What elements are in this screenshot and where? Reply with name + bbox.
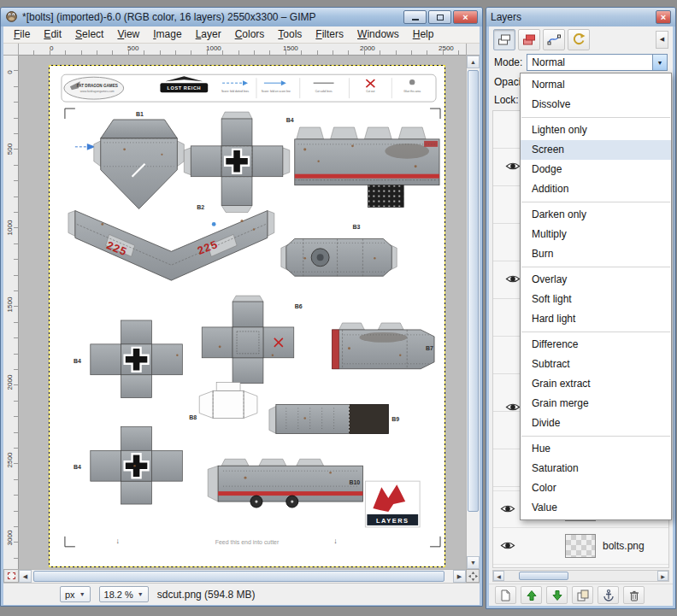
lower-layer-button[interactable] [546, 586, 568, 604]
tab-undo-history[interactable] [568, 29, 590, 50]
layer-name[interactable]: bolts.png [603, 540, 645, 552]
layer-mode-combo[interactable]: Normal ▼ [527, 54, 668, 71]
canvas[interactable]: FAT DRAGON GAMES www.fatdragongames.com … [19, 56, 466, 569]
scroll-thumb[interactable] [519, 572, 568, 580]
scroll-left-icon[interactable]: ◀ [19, 570, 32, 583]
glue-drop-icon [409, 79, 415, 85]
menu-colors[interactable]: Colors [228, 26, 272, 43]
status-message: sdcut.png (594.8 MB) [157, 589, 256, 601]
mode-option-value[interactable]: Value [521, 498, 671, 518]
layers-icon [497, 32, 511, 46]
panel-menu-icon[interactable]: ◀ [656, 31, 668, 49]
mode-value: Normal [532, 56, 565, 68]
main-titlebar[interactable]: *[bolts] (imported)-6.0 (RGB color, 16 l… [1, 8, 482, 26]
menu-help[interactable]: Help [406, 26, 441, 43]
vertical-scroll-thumb[interactable] [468, 70, 479, 512]
visibility-eye-icon[interactable] [500, 540, 515, 551]
new-layer-icon [499, 589, 513, 602]
layer-row[interactable] [493, 564, 668, 568]
unit-combo[interactable]: px ▼ [60, 586, 91, 602]
mode-option-multiply[interactable]: Multiply [521, 225, 671, 244]
navigation-button[interactable] [466, 569, 480, 583]
menu-filters[interactable]: Filters [309, 26, 350, 43]
horizontal-scroll-thumb[interactable] [33, 571, 444, 582]
visibility-eye-icon[interactable] [500, 503, 515, 514]
mode-option-grain-extract[interactable]: Grain extract [521, 374, 671, 394]
scroll-right-icon[interactable]: ▶ [657, 571, 668, 581]
mode-option-screen[interactable]: Screen [521, 140, 671, 160]
scroll-right-icon[interactable]: ▶ [453, 570, 466, 583]
menu-file[interactable]: File [7, 26, 37, 43]
dockable-tabs: ◀ [489, 26, 673, 52]
visibility-eye-icon[interactable] [505, 402, 521, 415]
minimize-button[interactable] [403, 10, 427, 24]
menu-layer[interactable]: Layer [189, 26, 228, 43]
duplicate-layer-button[interactable] [572, 586, 593, 604]
zoom-value: 18.2 % [104, 590, 133, 600]
menu-windows[interactable]: Windows [350, 26, 406, 43]
menu-view[interactable]: View [110, 26, 146, 43]
mode-option-burn[interactable]: Burn [521, 244, 671, 264]
raise-layer-icon [525, 589, 539, 602]
maximize-button[interactable] [428, 10, 451, 24]
mode-option-difference[interactable]: Difference [521, 335, 671, 355]
delete-layer-button[interactable] [623, 586, 645, 604]
close-button[interactable]: × [453, 10, 478, 24]
layer-mode-menu: Normal Dissolve Lighten only Screen Dodg… [520, 73, 672, 520]
visibility-eye-icon[interactable] [505, 161, 521, 174]
quick-mask-toggle[interactable] [3, 569, 19, 583]
tab-channels[interactable] [518, 29, 540, 50]
anchor-layer-button[interactable] [598, 586, 619, 604]
layer-row[interactable]: bolts.png [493, 527, 668, 563]
scroll-left-icon[interactable]: ◀ [493, 571, 504, 581]
scroll-down-icon[interactable]: ▼ [467, 556, 480, 569]
close-button[interactable]: × [656, 10, 671, 24]
mode-option-darken-only[interactable]: Darken only [521, 205, 671, 225]
visibility-eye-icon[interactable] [505, 273, 521, 287]
menubar: File Edit Select View Image Layer Colors… [3, 26, 480, 44]
layer-list-scrollbar[interactable]: ◀ ▶ [492, 570, 669, 582]
mode-option-dissolve[interactable]: Dissolve [521, 95, 671, 114]
part-b10: B10 [208, 459, 362, 507]
mode-option-divide[interactable]: Divide [521, 414, 671, 433]
mode-option-soft-light[interactable]: Soft light [521, 290, 671, 309]
new-layer-button[interactable] [495, 586, 516, 604]
mode-option-dodge[interactable]: Dodge [521, 160, 671, 179]
mode-option-overlay[interactable]: Overlay [521, 270, 671, 290]
menu-tools[interactable]: Tools [271, 26, 309, 43]
layers-titlebar[interactable]: Layers × [486, 8, 675, 26]
horizontal-ruler[interactable]: 0 500 1000 1500 2000 2500 [19, 44, 466, 56]
mode-option-saturation[interactable]: Saturation [521, 459, 671, 478]
menu-edit[interactable]: Edit [37, 26, 68, 43]
mode-option-color[interactable]: Color [521, 478, 671, 498]
ruler-label: 500 [6, 139, 14, 160]
ruler-label: 2000 [6, 373, 14, 393]
part-b9: B9 [269, 405, 399, 434]
mode-option-hue[interactable]: Hue [521, 439, 671, 459]
scroll-up-icon[interactable]: ▲ [467, 56, 480, 68]
vertical-ruler[interactable]: 0 500 1000 1500 2000 2500 3000 [3, 56, 19, 569]
menu-separator [521, 331, 670, 332]
part-label: B1 [136, 111, 144, 117]
mode-option-grain-merge[interactable]: Grain merge [521, 394, 671, 414]
layers-title: Layers [491, 11, 651, 23]
mode-option-subtract[interactable]: Subtract [521, 355, 671, 374]
part-b4-cross-bottom: B4 [74, 426, 182, 504]
mode-option-hard-light[interactable]: Hard light [521, 309, 671, 329]
zoom-combo[interactable]: 18.2 % ▼ [99, 586, 149, 602]
horizontal-scrollbar[interactable]: ◀ ▶ [19, 569, 466, 583]
part-b7: B7 [333, 323, 434, 369]
tab-paths[interactable] [543, 29, 565, 50]
mode-option-normal[interactable]: Normal [521, 75, 671, 95]
layer-thumbnail[interactable] [565, 534, 596, 558]
ruler-label: 2000 [360, 44, 375, 52]
raise-layer-button[interactable] [521, 586, 542, 604]
menu-image[interactable]: Image [146, 26, 188, 43]
vertical-scrollbar[interactable]: ▲ ▼ [466, 56, 480, 569]
mode-option-lighten-only[interactable]: Lighten only [521, 120, 671, 140]
ruler-label: 1500 [6, 295, 14, 315]
mode-option-addition[interactable]: Addition [521, 179, 671, 199]
publisher-name: FAT DRAGON GAMES [77, 84, 118, 88]
tab-layers[interactable] [493, 29, 515, 50]
menu-select[interactable]: Select [68, 26, 110, 43]
